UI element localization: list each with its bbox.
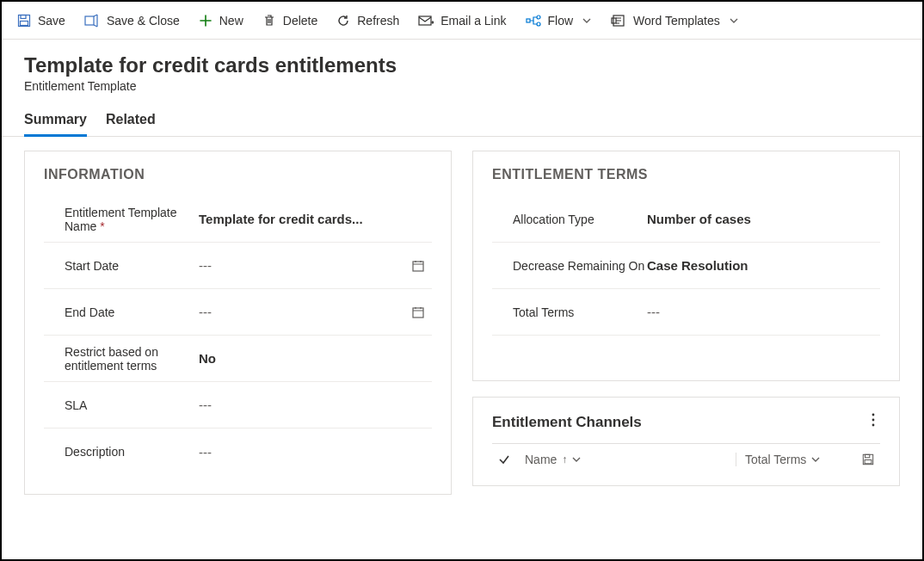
section-entitlement-channels: Entitlement Channels Name ↑ Total Terms bbox=[472, 397, 900, 486]
save-icon bbox=[17, 14, 31, 28]
field-allocation-type[interactable]: Allocation Type Number of cases bbox=[492, 196, 880, 243]
tab-related[interactable]: Related bbox=[106, 105, 156, 137]
calendar-icon[interactable] bbox=[410, 304, 427, 321]
command-bar: Save Save & Close New Delete Refresh Ema… bbox=[2, 2, 922, 40]
column-header-total-terms[interactable]: Total Terms bbox=[736, 453, 847, 466]
svg-point-14 bbox=[872, 424, 875, 427]
field-entitlement-template-name[interactable]: Entitlement Template Name* Template for … bbox=[44, 196, 432, 243]
chevron-down-icon bbox=[729, 15, 739, 26]
save-close-button[interactable]: Save & Close bbox=[84, 14, 180, 28]
field-total-terms[interactable]: Total Terms --- bbox=[492, 289, 880, 336]
svg-point-7 bbox=[537, 22, 540, 26]
chevron-down-icon bbox=[811, 455, 820, 464]
value-decrease-remaining[interactable]: Case Resolution bbox=[647, 258, 880, 273]
section-title-information: INFORMATION bbox=[44, 167, 432, 182]
field-end-date[interactable]: End Date --- bbox=[44, 289, 432, 336]
grid-header: Name ↑ Total Terms bbox=[492, 443, 880, 466]
record-header: Template for credit cards entitlements E… bbox=[2, 40, 922, 93]
value-start-date[interactable]: --- bbox=[199, 257, 432, 274]
section-title-channels: Entitlement Channels bbox=[492, 413, 880, 431]
svg-rect-4 bbox=[419, 16, 431, 25]
section-title-terms: ENTITLEMENT TERMS bbox=[492, 167, 880, 182]
svg-rect-10 bbox=[413, 262, 423, 271]
value-description[interactable]: --- bbox=[199, 445, 432, 459]
grid-save-button[interactable] bbox=[856, 453, 880, 465]
label-allocation-type: Allocation Type bbox=[492, 213, 647, 226]
label-end-date: End Date bbox=[44, 305, 199, 319]
delete-label: Delete bbox=[283, 14, 317, 28]
new-label: New bbox=[219, 14, 243, 28]
field-restrict[interactable]: Restrict based on entitlement terms No bbox=[44, 336, 432, 382]
page-subtitle: Entitlement Template bbox=[24, 79, 900, 93]
more-commands-button[interactable] bbox=[866, 413, 880, 431]
svg-rect-1 bbox=[21, 15, 26, 18]
tab-summary[interactable]: Summary bbox=[24, 105, 87, 137]
field-decrease-remaining[interactable]: Decrease Remaining On Case Resolution bbox=[492, 243, 880, 289]
chevron-down-icon bbox=[572, 455, 581, 464]
refresh-button[interactable]: Refresh bbox=[336, 14, 399, 28]
value-allocation-type[interactable]: Number of cases bbox=[647, 212, 880, 226]
chevron-down-icon bbox=[582, 15, 592, 26]
value-sla[interactable]: --- bbox=[199, 398, 432, 412]
field-start-date[interactable]: Start Date --- bbox=[44, 243, 432, 289]
word-templates-button[interactable]: Word Templates bbox=[611, 14, 739, 28]
column-header-name[interactable]: Name ↑ bbox=[525, 453, 727, 466]
flow-icon bbox=[526, 15, 541, 27]
field-sla[interactable]: SLA --- bbox=[44, 382, 432, 428]
svg-rect-17 bbox=[865, 459, 872, 463]
trash-icon bbox=[262, 14, 276, 28]
email-link-label: Email a Link bbox=[440, 14, 506, 28]
col-information: INFORMATION Entitlement Template Name* T… bbox=[24, 151, 452, 510]
save-label: Save bbox=[38, 14, 65, 28]
refresh-icon bbox=[336, 14, 350, 28]
section-information: INFORMATION Entitlement Template Name* T… bbox=[24, 151, 452, 495]
svg-rect-2 bbox=[21, 21, 28, 25]
field-description[interactable]: Description --- bbox=[44, 428, 432, 475]
word-templates-icon bbox=[611, 14, 626, 28]
new-button[interactable]: New bbox=[199, 14, 243, 28]
flow-button[interactable]: Flow bbox=[526, 14, 593, 28]
svg-rect-3 bbox=[85, 16, 94, 25]
value-end-date[interactable]: --- bbox=[199, 304, 432, 321]
svg-point-6 bbox=[537, 15, 540, 19]
select-all-checkbox[interactable] bbox=[492, 453, 516, 465]
kebab-icon bbox=[872, 413, 875, 427]
label-decrease-remaining: Decrease Remaining On bbox=[492, 259, 647, 273]
label-description: Description bbox=[44, 445, 199, 459]
tabs: Summary Related bbox=[2, 105, 922, 137]
label-restrict: Restrict based on entitlement terms bbox=[44, 345, 199, 373]
delete-button[interactable]: Delete bbox=[262, 14, 317, 28]
page-title: Template for credit cards entitlements bbox=[24, 53, 900, 77]
value-entitlement-template-name[interactable]: Template for credit cards... bbox=[199, 212, 432, 226]
main-content: INFORMATION Entitlement Template Name* T… bbox=[2, 137, 922, 524]
save-icon bbox=[862, 453, 874, 465]
sort-asc-icon: ↑ bbox=[562, 453, 567, 465]
save-close-label: Save & Close bbox=[107, 14, 180, 28]
spacer-row bbox=[492, 336, 880, 361]
svg-rect-5 bbox=[527, 19, 530, 22]
save-button[interactable]: Save bbox=[17, 14, 65, 28]
svg-rect-11 bbox=[413, 308, 423, 317]
svg-rect-16 bbox=[865, 454, 870, 458]
section-entitlement-terms: ENTITLEMENT TERMS Allocation Type Number… bbox=[472, 151, 900, 381]
calendar-icon[interactable] bbox=[410, 257, 427, 274]
label-start-date: Start Date bbox=[44, 259, 199, 273]
email-link-button[interactable]: Email a Link bbox=[418, 14, 506, 28]
check-icon bbox=[498, 453, 510, 465]
flow-label: Flow bbox=[548, 14, 574, 28]
word-templates-label: Word Templates bbox=[633, 14, 720, 28]
required-indicator: * bbox=[100, 219, 104, 233]
save-close-icon bbox=[84, 14, 100, 28]
label-total-terms: Total Terms bbox=[492, 305, 647, 319]
value-total-terms[interactable]: --- bbox=[647, 305, 880, 319]
svg-point-12 bbox=[872, 414, 875, 416]
label-entitlement-template-name: Entitlement Template Name* bbox=[44, 206, 199, 233]
value-restrict[interactable]: No bbox=[199, 351, 432, 366]
svg-point-13 bbox=[872, 419, 875, 422]
email-icon bbox=[418, 15, 434, 27]
plus-icon bbox=[199, 14, 213, 28]
label-sla: SLA bbox=[44, 398, 199, 412]
col-terms: ENTITLEMENT TERMS Allocation Type Number… bbox=[472, 151, 900, 510]
refresh-label: Refresh bbox=[357, 14, 399, 28]
